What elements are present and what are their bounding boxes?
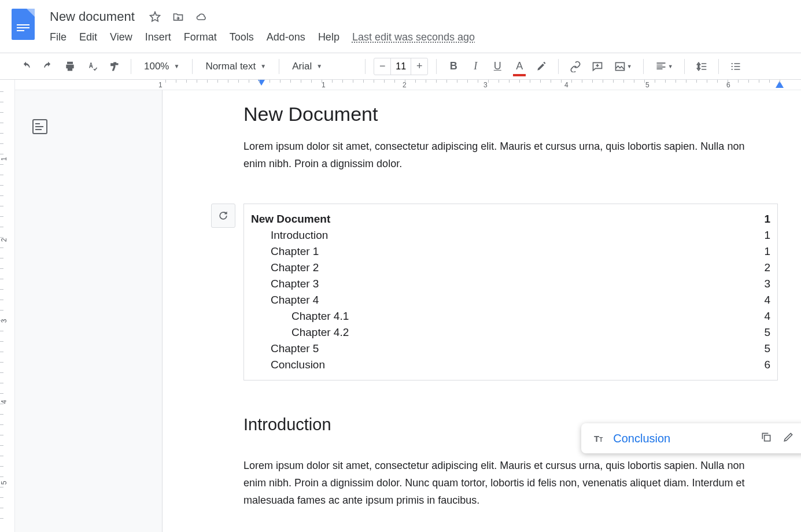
link-popup: TT Conclusion [581,423,801,453]
spellcheck-button[interactable] [83,58,101,75]
cloud-status-icon[interactable] [195,10,208,23]
menu-file[interactable]: File [50,31,67,43]
toc-page-number: 1 [764,213,770,226]
toc-label: New Document [251,213,330,226]
popup-link[interactable]: Conclusion [613,432,750,445]
insert-link-button[interactable] [567,58,584,75]
toc-page-number: 5 [764,342,770,355]
checklist-button[interactable] [727,58,744,75]
highlight-button[interactable] [533,58,550,75]
toolbar: 100%▼ Normal text▼ Arial▼ − + B I U A ▼ … [0,53,801,80]
toc-row[interactable]: Chapter 4.14 [244,308,777,324]
toc-row[interactable]: Chapter 4.25 [244,324,777,341]
toc-label: Chapter 3 [271,278,319,290]
copy-link-icon[interactable] [761,431,772,445]
zoom-dropdown[interactable]: 100%▼ [139,58,184,75]
horizontal-ruler[interactable]: 1123456 [15,80,801,90]
toc-refresh-button[interactable] [211,204,235,228]
ruler-number: 2 [0,238,8,242]
toc-page-number: 4 [764,310,770,323]
workspace: 12345 1123456 New Document Lorem ipsum d… [0,80,801,532]
add-comment-button[interactable] [589,58,606,75]
menu-edit[interactable]: Edit [79,31,97,43]
logo-container [0,0,46,53]
font-dropdown[interactable]: Arial▼ [287,58,357,75]
insert-image-button[interactable]: ▼ [611,58,635,75]
toc-label: Chapter 4.2 [291,326,349,339]
font-size-increase-button[interactable]: + [411,58,427,75]
last-edit-link[interactable]: Last edit was seconds ago [352,31,475,43]
toc-label: Chapter 2 [271,261,319,274]
menu-insert[interactable]: Insert [145,31,171,43]
line-spacing-button[interactable] [693,58,710,75]
document-title[interactable]: New document [46,8,138,25]
paint-format-button[interactable] [105,58,123,75]
table-of-contents: New Document1Introduction1Chapter 11Chap… [243,204,778,380]
ruler-number: 4 [564,81,569,89]
undo-button[interactable] [17,58,35,75]
toc-row[interactable]: Chapter 22 [244,260,777,276]
toc-row[interactable]: New Document1 [244,211,777,227]
toc-row[interactable]: Introduction1 [244,227,777,243]
toc-page-number: 5 [764,326,770,339]
ruler-number: 5 [0,481,8,485]
toc-row[interactable]: Chapter 44 [244,292,777,308]
toc-label: Introduction [271,229,328,242]
menu-tools[interactable]: Tools [230,31,254,43]
text-color-button[interactable]: A [511,58,528,75]
toc-label: Chapter 4 [271,294,319,306]
toc-page-number: 3 [764,278,770,290]
outline-toggle-icon[interactable] [32,119,47,134]
font-size-input[interactable] [390,58,411,75]
star-icon[interactable] [149,10,161,23]
font-size-control: − + [374,58,428,75]
toc-page-number: 1 [764,245,770,258]
menu-bar: File Edit View Insert Format Tools Add-o… [46,27,801,47]
ruler-number: 6 [726,81,730,89]
text-format-icon: TT [594,434,603,444]
ruler-number: 1 [322,81,326,89]
section-paragraph[interactable]: Lorem ipsum dolor sit amet, consectetur … [243,457,747,509]
document-page[interactable]: New Document Lorem ipsum dolor sit amet,… [162,90,801,532]
underline-button[interactable]: U [489,58,506,75]
toc-row[interactable]: Chapter 11 [244,243,777,260]
align-button[interactable]: ▼ [652,58,676,75]
menu-addons[interactable]: Add-ons [267,31,305,43]
italic-button[interactable]: I [467,58,484,75]
docs-logo-icon[interactable] [12,9,35,40]
redo-button[interactable] [39,58,57,75]
toc-row[interactable]: Conclusion6 [244,357,777,373]
menu-help[interactable]: Help [318,31,339,43]
ruler-number: 1 [0,157,8,161]
outline-sidebar [15,90,162,532]
app-header: New document File Edit View Insert Forma… [0,0,801,53]
toc-page-number: 4 [764,294,770,306]
style-dropdown[interactable]: Normal text▼ [201,58,271,75]
font-size-decrease-button[interactable]: − [374,58,390,75]
ruler-number: 5 [645,81,649,89]
toc-label: Chapter 5 [271,342,319,355]
intro-paragraph[interactable]: Lorem ipsum dolor sit amet, consectetur … [243,138,747,172]
ruler-number: 1 [158,81,163,89]
ruler-number: 3 [483,81,488,89]
toc-row[interactable]: Chapter 55 [244,341,777,357]
toc-row[interactable]: Chapter 33 [244,276,777,292]
document-heading[interactable]: New Document [243,103,784,125]
svg-rect-1 [765,435,770,441]
toc-label: Chapter 4.1 [291,310,349,323]
vertical-ruler[interactable]: 12345 [0,80,15,532]
move-folder-icon[interactable] [172,10,184,23]
toc-label: Conclusion [271,359,325,371]
toc-label: Chapter 1 [271,245,319,258]
toc-page-number: 6 [764,359,770,371]
edit-link-icon[interactable] [782,431,794,445]
toc-page-number: 1 [764,229,770,242]
ruler-number: 3 [0,319,8,323]
menu-view[interactable]: View [110,31,132,43]
print-button[interactable] [61,58,79,75]
bold-button[interactable]: B [445,58,462,75]
menu-format[interactable]: Format [184,31,217,43]
toc-page-number: 2 [764,261,770,274]
